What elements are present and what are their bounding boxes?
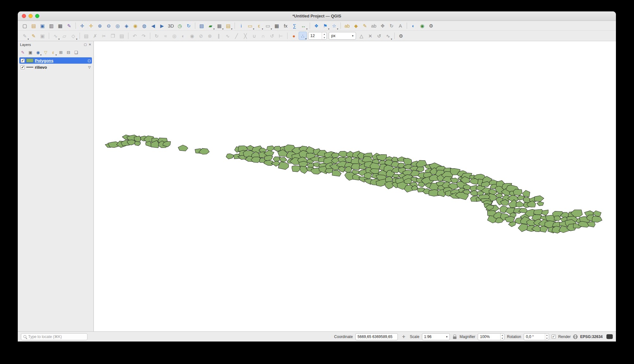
toggle-editing-button[interactable]: ✎ <box>29 32 38 40</box>
close-panel-icon[interactable]: ✕ <box>89 43 91 46</box>
snapping-mode-button[interactable]: ∴▾ <box>299 32 307 40</box>
add-raster-layer-dropdown-icon[interactable]: ▾ <box>222 28 223 30</box>
delete-ring-button[interactable]: ⊘ <box>197 32 205 40</box>
pin-labels-button[interactable]: ✎ <box>361 22 369 30</box>
highlight-pinned-labels-button[interactable]: ab <box>370 22 378 30</box>
delete-part-button[interactable]: ⊗ <box>206 32 214 40</box>
save-layer-edits-button[interactable]: ▣ <box>38 32 47 40</box>
save-project-button[interactable]: ▣ <box>38 22 47 30</box>
new-project-button[interactable]: ▢ <box>21 22 29 30</box>
layer-visibility-checkbox[interactable]: ✓ <box>21 59 25 63</box>
zoom-next-button[interactable]: ▶ <box>158 22 166 30</box>
add-part-button[interactable]: ◐ <box>179 32 187 40</box>
processing-toolbox-button[interactable]: ⚙ <box>427 22 435 30</box>
collapse-all-button[interactable]: ⊟ <box>65 49 72 56</box>
zoom-out-button[interactable]: ⊖ <box>105 22 113 30</box>
close-window-button[interactable] <box>22 14 26 18</box>
locate-bar[interactable] <box>21 333 87 340</box>
snapping-tolerance-input[interactable] <box>308 32 322 39</box>
remove-layer-button[interactable]: ❏ <box>73 49 80 56</box>
open-layer-styling-button[interactable]: ✎ <box>19 49 26 56</box>
web-services-button[interactable]: ◉ <box>418 22 426 30</box>
enable-snapping-button[interactable]: ● <box>290 32 298 40</box>
merge-features-button[interactable]: ∪ <box>250 32 258 40</box>
render-checkbox[interactable]: ✓ <box>552 335 556 339</box>
manage-map-themes-dropdown-icon[interactable]: ▾ <box>40 54 42 56</box>
coordinate-field[interactable] <box>355 333 398 340</box>
stepper-up-icon[interactable]: ▴ <box>545 334 549 337</box>
deselect-features-button[interactable]: ▭▾ <box>264 22 272 30</box>
delete-selected-button[interactable]: ✗ <box>91 32 99 40</box>
zoom-full-button[interactable]: ◈ <box>122 22 131 30</box>
snapping-tolerance-stepper-down-icon[interactable]: ▾ <box>322 36 327 39</box>
chevron-down-icon[interactable]: ▾ <box>446 335 450 338</box>
digitize-curve-dropdown-icon[interactable]: ▾ <box>58 38 60 41</box>
manage-map-themes-button[interactable]: ◉▾ <box>35 49 42 56</box>
trim-extend-button[interactable]: ⊢ <box>277 32 285 40</box>
minimize-window-button[interactable] <box>29 14 33 18</box>
cut-features-button[interactable]: ✂ <box>100 32 108 40</box>
pan-to-selection-button[interactable]: ✛ <box>87 22 95 30</box>
vertex-tool-dropdown-icon[interactable]: ▾ <box>76 38 77 41</box>
stepper-down-icon[interactable]: ▾ <box>501 337 504 340</box>
plugin-manager-button[interactable]: ⚙ <box>397 32 405 40</box>
add-mesh-layer-dropdown-icon[interactable]: ▾ <box>231 28 232 30</box>
layer-labeling-button[interactable]: ab <box>343 22 351 30</box>
select-features-dropdown-icon[interactable]: ▾ <box>253 28 254 30</box>
field-calculator-button[interactable]: fx <box>281 22 290 30</box>
open-attribute-table-button[interactable]: ▦ <box>273 22 281 30</box>
snapping-units-combo[interactable]: px▾ <box>329 32 356 40</box>
rotate-label-button[interactable]: ↻ <box>387 22 396 30</box>
show-bookmarks-button[interactable]: ☆▾ <box>330 22 338 30</box>
filter-by-expression-button[interactable]: ε▾ <box>50 49 57 56</box>
zoom-to-selection-button[interactable]: ◉ <box>131 22 139 30</box>
messages-icon[interactable] <box>606 334 613 339</box>
add-mesh-layer-button[interactable]: ▤▾ <box>224 22 232 30</box>
move-label-button[interactable]: ✥ <box>378 22 387 30</box>
zoom-to-layer-button[interactable]: ◍ <box>140 22 148 30</box>
locate-input[interactable] <box>28 335 85 339</box>
rotation-input[interactable] <box>524 335 545 339</box>
add-ring-button[interactable]: ◎ <box>170 32 178 40</box>
merge-attributes-button[interactable]: ∩ <box>259 32 267 40</box>
scale-combo[interactable]: ▾ <box>422 333 450 340</box>
float-panel-icon[interactable]: ▢ <box>84 43 87 46</box>
layer-visibility-checkbox[interactable]: ✓ <box>21 65 25 69</box>
self-snapping-button[interactable]: ↺ <box>375 32 383 40</box>
change-label-button[interactable]: A <box>396 22 404 30</box>
coordinate-input[interactable] <box>356 335 398 339</box>
extents-toggle-button[interactable]: ✛ <box>401 334 407 340</box>
scale-input[interactable] <box>422 335 446 339</box>
print-layout-button[interactable]: ▥ <box>47 22 55 30</box>
magnifier-spinbox[interactable]: ▴ ▾ <box>478 333 504 340</box>
redo-button[interactable]: ↷ <box>139 32 148 40</box>
current-edits-button[interactable]: ✎▾ <box>21 32 29 40</box>
refresh-map-button[interactable]: ↻ <box>184 22 193 30</box>
simplify-feature-button[interactable]: ≈ <box>161 32 170 40</box>
select-features-button[interactable]: ▭▾ <box>246 22 254 30</box>
add-group-button[interactable]: ▣ <box>27 49 34 56</box>
new-bookmark-dropdown-icon[interactable]: ▾ <box>328 28 329 30</box>
digitize-curve-button[interactable]: ∿▾ <box>51 32 60 40</box>
reshape-features-button[interactable]: ∿ <box>223 32 232 40</box>
offset-curve-button[interactable]: ∥ <box>215 32 223 40</box>
zoom-last-button[interactable]: ◀ <box>149 22 157 30</box>
temporal-controller-button[interactable]: ◷ <box>176 22 184 30</box>
snapping-mode-dropdown-icon[interactable]: ▾ <box>305 38 307 40</box>
paste-features-button[interactable]: ▤ <box>118 32 126 40</box>
copy-features-button[interactable]: ❐ <box>109 32 117 40</box>
snapping-tolerance-stepper-up-icon[interactable]: ▴ <box>322 32 327 36</box>
statistical-summary-button[interactable]: ∑ <box>290 22 299 30</box>
select-by-expression-button[interactable]: ε▾ <box>255 22 263 30</box>
enable-tracing-dropdown-icon[interactable]: ▾ <box>391 38 392 41</box>
split-features-button[interactable]: ╱ <box>232 32 241 40</box>
add-vector-layer-dropdown-icon[interactable]: ▾ <box>213 28 215 30</box>
identify-features-button[interactable]: i <box>237 22 245 30</box>
zoom-native-button[interactable]: ◎ <box>113 22 122 30</box>
add-vector-layer-button[interactable]: ▰▾ <box>206 22 215 30</box>
rotate-point-symbols-button[interactable]: ↺ <box>268 32 276 40</box>
filter-legend-button[interactable]: ▽ <box>42 49 49 56</box>
stepper-down-icon[interactable]: ▾ <box>545 337 549 340</box>
layout-manager-button[interactable]: ▦ <box>56 22 64 30</box>
open-project-button[interactable]: ▤ <box>29 22 38 30</box>
